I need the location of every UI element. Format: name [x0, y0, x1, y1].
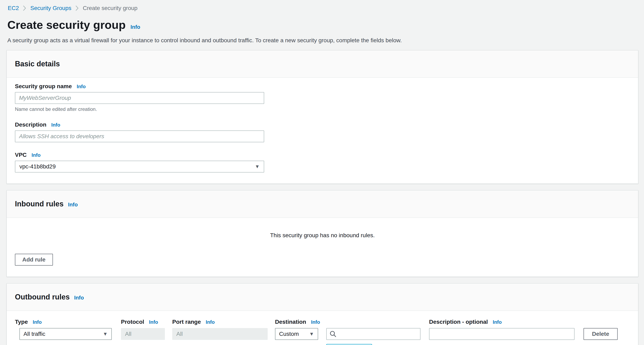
basic-details-panel: Basic details Security group name Info N…	[6, 50, 638, 184]
caret-down-icon: ▼	[103, 332, 108, 337]
vpc-select[interactable]: vpc-41b8bd29 ▼	[15, 161, 264, 172]
rule-description-label: Description - optional	[429, 319, 488, 325]
security-group-name-label: Security group name	[15, 83, 72, 90]
port-range-input-disabled: All	[172, 328, 268, 340]
basic-details-header: Basic details	[7, 50, 638, 78]
inbound-rules-panel: Inbound rules Info This security group h…	[6, 190, 638, 277]
page-title-info-link[interactable]: Info	[130, 24, 140, 30]
destination-search-column: 0.0.0.0/0	[326, 319, 420, 345]
inbound-rules-info-link[interactable]: Info	[68, 202, 78, 208]
breadcrumb-link-ec2[interactable]: EC2	[8, 5, 19, 11]
vpc-field: VPC Info vpc-41b8bd29 ▼	[15, 152, 630, 172]
port-range-column: Port range Info All	[172, 319, 268, 340]
destination-select-value: Custom	[279, 331, 299, 337]
delete-column: Delete	[584, 319, 618, 340]
type-label: Type	[15, 319, 28, 325]
caret-down-icon: ▼	[255, 164, 260, 169]
vpc-label: VPC	[15, 152, 27, 158]
vpc-info-link[interactable]: Info	[32, 152, 41, 158]
rule-description-info-link[interactable]: Info	[493, 319, 502, 325]
outbound-rules-title: Outbound rules	[15, 293, 70, 302]
outbound-rule-row: Type Info All traffic ▼ Protocol Info Al…	[15, 319, 630, 345]
rule-description-input[interactable]	[429, 328, 574, 340]
chevron-right-icon	[75, 5, 79, 11]
description-label: Description	[15, 121, 46, 128]
type-select[interactable]: All traffic ▼	[20, 328, 112, 340]
description-field: Description Info	[15, 121, 630, 142]
vpc-select-value: vpc-41b8bd29	[20, 163, 56, 170]
page-description: A security group acts as a virtual firew…	[7, 37, 638, 44]
caret-down-icon: ▼	[309, 332, 314, 337]
description-info-link[interactable]: Info	[51, 122, 60, 128]
security-group-name-helper: Name cannot be edited after creation.	[15, 106, 630, 112]
security-group-name-input[interactable]	[15, 92, 264, 104]
breadcrumb-current: Create security group	[83, 5, 138, 11]
outbound-rules-panel: Outbound rules Info Type Info All traffi…	[6, 283, 638, 345]
delete-rule-button[interactable]: Delete	[584, 328, 618, 340]
basic-details-title: Basic details	[15, 59, 60, 68]
inbound-rules-empty-text: This security group has no inbound rules…	[15, 232, 630, 239]
destination-token[interactable]: 0.0.0.0/0	[326, 344, 372, 345]
protocol-input-disabled: All	[121, 328, 165, 340]
destination-search-box	[326, 328, 420, 340]
chevron-right-icon	[22, 5, 26, 11]
breadcrumb-link-security-groups[interactable]: Security Groups	[30, 5, 71, 11]
protocol-label: Protocol	[121, 319, 144, 325]
security-group-name-info-link[interactable]: Info	[77, 84, 86, 89]
create-security-group-page: EC2 Security Groups Create security grou…	[0, 0, 644, 345]
destination-label: Destination	[275, 319, 306, 325]
destination-column: Destination Info Custom ▼	[275, 319, 318, 340]
outbound-rules-header: Outbound rules Info	[7, 284, 638, 311]
destination-info-link[interactable]: Info	[311, 319, 320, 325]
port-range-label: Port range	[172, 319, 201, 325]
type-info-link[interactable]: Info	[33, 319, 42, 325]
outbound-rules-info-link[interactable]: Info	[74, 295, 84, 301]
protocol-info-link[interactable]: Info	[149, 319, 158, 325]
rule-description-column: Description - optional Info	[429, 319, 574, 340]
page-title: Create security group	[7, 19, 126, 31]
description-input[interactable]	[15, 130, 264, 142]
inbound-rules-title: Inbound rules	[15, 199, 64, 208]
type-select-value: All traffic	[24, 331, 45, 337]
destination-select[interactable]: Custom ▼	[275, 328, 318, 340]
search-icon	[330, 331, 336, 338]
protocol-column: Protocol Info All	[121, 319, 165, 340]
destination-search-input[interactable]	[339, 331, 417, 338]
security-group-name-field: Security group name Info Name cannot be …	[15, 83, 630, 112]
breadcrumb: EC2 Security Groups Create security grou…	[8, 5, 638, 11]
type-column: Type Info All traffic ▼	[15, 319, 112, 340]
add-rule-button[interactable]: Add rule	[15, 254, 53, 266]
inbound-rules-header: Inbound rules Info	[7, 190, 638, 218]
port-range-info-link[interactable]: Info	[206, 319, 215, 325]
